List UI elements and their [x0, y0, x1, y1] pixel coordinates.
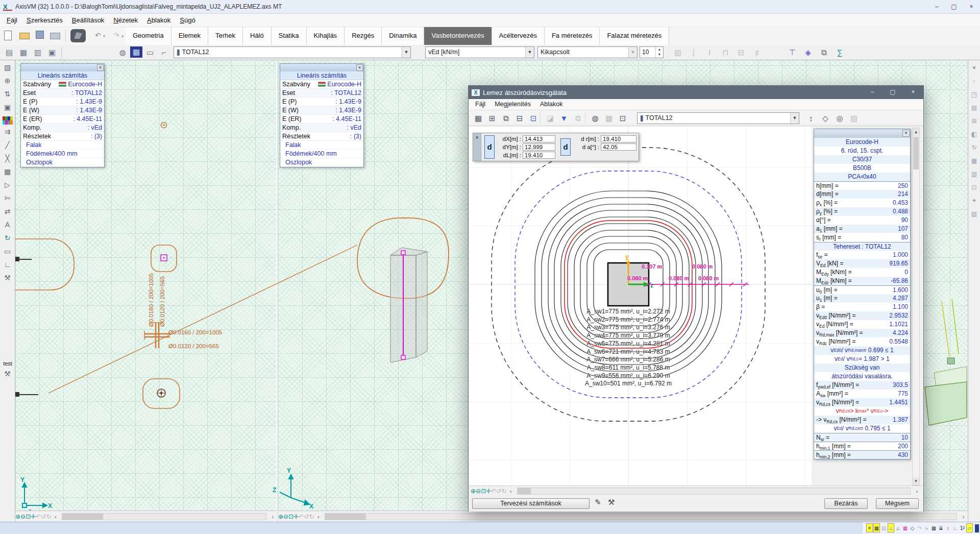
plane-yx-icon[interactable]: ◇ — [819, 112, 832, 125]
tab-fa méretezés[interactable]: Fa méretezés — [545, 27, 600, 45]
new-file-icon[interactable] — [4, 31, 12, 40]
print-icon[interactable] — [50, 33, 60, 39]
zoom-fit-icon[interactable]: ⊡ — [481, 488, 486, 495]
geometry-line-icon[interactable]: ╱ — [1, 139, 14, 151]
perimeter-rings-icon[interactable]: ◎ — [833, 112, 846, 125]
layers-status-icon[interactable]: ▤ — [880, 523, 887, 532]
pan-icon[interactable]: ✛ — [486, 488, 491, 495]
perspective-grid-icon[interactable]: ▱ — [966, 523, 973, 532]
translate-icon[interactable]: ⇄ — [1, 205, 14, 217]
min-max-icon[interactable]: ▥ — [672, 46, 684, 59]
design-calculations-button[interactable]: Tervezési számítások — [472, 498, 590, 509]
level-count-spinner[interactable]: 10 ▲▼ — [640, 46, 664, 58]
report-maker-icon[interactable]: ▥ — [32, 46, 44, 59]
hammer-icon[interactable]: ⚒ — [1, 272, 14, 284]
dialog-titlebar[interactable]: X Lemez átszúródásvizsgálata – ▢ × — [469, 86, 923, 99]
dialog-close-button[interactable]: × — [903, 86, 923, 99]
dialog-menu-item-megjelenítés[interactable]: Megjelenítés — [490, 99, 535, 110]
settings-wrench-icon[interactable]: ⚒ — [608, 498, 615, 507]
coord-value[interactable]: 42.05 — [601, 143, 636, 151]
mesh-icon[interactable]: ▦ — [1, 165, 14, 178]
rotate-left-icon[interactable]: ↺ — [496, 488, 501, 495]
undo-view-icon[interactable]: ↶ — [36, 513, 41, 520]
section-line-icon[interactable]: ⌐ — [158, 46, 170, 59]
shade-icon[interactable]: ▨ — [969, 208, 979, 220]
pan-icon[interactable]: ✛ — [31, 513, 36, 520]
polyline-icon[interactable]: ↷ — [916, 523, 923, 532]
undo-view-icon[interactable]: ↶ — [491, 488, 496, 495]
relative-toggle[interactable]: d — [484, 135, 495, 159]
scroll-left-icon[interactable]: ‹ — [51, 514, 60, 520]
columns-icon[interactable]: ▥ — [969, 168, 979, 180]
dialog-menu-item-ablakok[interactable]: Ablakok — [535, 99, 567, 110]
load-display-icon[interactable]: ↕ — [945, 523, 951, 532]
undo-view-icon[interactable]: ↶ — [299, 513, 304, 520]
punching-plot-canvas[interactable]: y z A_sw1=775 mm², u_i=2.272 mA_sw2=775 … — [469, 127, 812, 486]
menu-item-ablakok[interactable]: Ablakok — [142, 14, 175, 27]
bracket-icon[interactable]: ∟ — [1, 258, 14, 271]
zoom-fit-icon[interactable]: ⊡ — [288, 513, 293, 520]
table-browser-icon[interactable]: ▦ — [17, 46, 30, 59]
tab-falazat méretezés[interactable]: Falazat méretezés — [600, 27, 669, 45]
table-status-icon[interactable]: ▦ — [930, 523, 937, 532]
rotate-left-icon[interactable]: ↺ — [304, 513, 309, 520]
tab-acéltervezés[interactable]: Acéltervezés — [492, 27, 545, 45]
zoom-in-icon[interactable]: ⊕ — [471, 488, 476, 495]
dialog-load-case-combo[interactable]: |||TOTAL12▼ — [637, 112, 799, 124]
save-view-icon[interactable]: ⊡ — [527, 112, 540, 125]
dialog-maximize-button[interactable]: ▢ — [883, 86, 903, 99]
hatch-display-icon[interactable]: ◍ — [116, 46, 129, 59]
sum-icon[interactable]: ∑ — [834, 46, 846, 59]
pan-icon[interactable]: ✛ — [293, 513, 299, 520]
load-case-combo[interactable]: |||TOTAL12▼ — [174, 46, 411, 58]
axes-status-icon[interactable]: ∟ — [952, 523, 959, 532]
layer-manager-icon[interactable]: ▣ — [46, 46, 58, 59]
results-titlebar[interactable]: × — [814, 129, 910, 138]
tab-rezgés[interactable]: Rezgés — [345, 27, 382, 45]
scroll-left-icon[interactable]: ‹ — [314, 514, 323, 520]
print-icon[interactable]: ⊟ — [513, 112, 526, 125]
table-icon[interactable]: ▦ — [969, 155, 979, 166]
export-drawing-icon[interactable]: ◪ — [544, 112, 557, 125]
copy-drawing-icon[interactable]: ⧉ — [571, 112, 584, 125]
close-button[interactable]: × — [963, 0, 980, 14]
fit-view-icon[interactable]: ⊡ — [616, 112, 629, 125]
section-segment-icon[interactable]: I — [703, 46, 716, 59]
diamond-display-icon[interactable]: ◈ — [802, 46, 814, 59]
fit-window-icon[interactable]: ⇅ — [1, 88, 14, 100]
relative-toggle[interactable]: d — [560, 138, 571, 156]
menu-item-beállítások[interactable]: Beállítások — [67, 14, 109, 27]
detail-link-f-d-mek-400-mm[interactable]: Födémek/400 mm — [21, 150, 104, 158]
close-icon[interactable]: × — [356, 64, 363, 71]
material-library-icon[interactable] — [70, 29, 86, 42]
split-icon[interactable]: ◳ — [969, 89, 979, 100]
tab-dinamika[interactable]: Dinamika — [382, 27, 424, 45]
tab-kihajlás[interactable]: Kihajlás — [307, 27, 345, 45]
label-icon[interactable]: ▭ — [144, 46, 156, 59]
copy-icon[interactable]: ⧉ — [499, 112, 512, 125]
panel-titlebar[interactable]: × — [21, 64, 104, 71]
diagram-icon[interactable]: ⊓ — [719, 46, 731, 59]
star-icon[interactable]: ✦ — [969, 195, 979, 206]
close-icon[interactable]: × — [473, 133, 481, 161]
zoom-out-icon[interactable]: ⊖ — [476, 488, 481, 495]
tab-terhek[interactable]: Terhek — [208, 27, 243, 45]
grid-icon[interactable]: ⊞ — [969, 115, 979, 127]
cancel-button[interactable]: Mégsem — [876, 498, 919, 509]
close-all-icon[interactable]: × — [969, 62, 979, 74]
tab-elemek[interactable]: Elemek — [172, 27, 208, 45]
numbering-icon[interactable]: 1² — [959, 523, 966, 532]
print-setup-icon[interactable]: ⊞ — [485, 112, 499, 125]
scroll-right-icon[interactable]: › — [268, 514, 277, 520]
add-to-report-icon[interactable]: ✎ — [595, 498, 601, 507]
scroll-right-icon[interactable]: › — [959, 514, 968, 520]
display-options-icon[interactable]: ⇉ — [1, 126, 14, 138]
detail-link-f-d-mek-400-mm[interactable]: Födémek/400 mm — [280, 150, 363, 158]
zoom-out-icon[interactable]: ⊖ — [283, 513, 288, 520]
menu-item-nézetek[interactable]: Nézetek — [109, 14, 142, 27]
color-palette-icon[interactable] — [3, 116, 13, 125]
intersect-plane-icon[interactable]: ▩ — [602, 112, 616, 125]
grid-cursor-icon[interactable]: ▦ — [873, 523, 880, 532]
maximize-button[interactable]: ▢ — [945, 0, 963, 14]
detail-link-oszlopok[interactable]: Oszlopok — [21, 158, 104, 167]
